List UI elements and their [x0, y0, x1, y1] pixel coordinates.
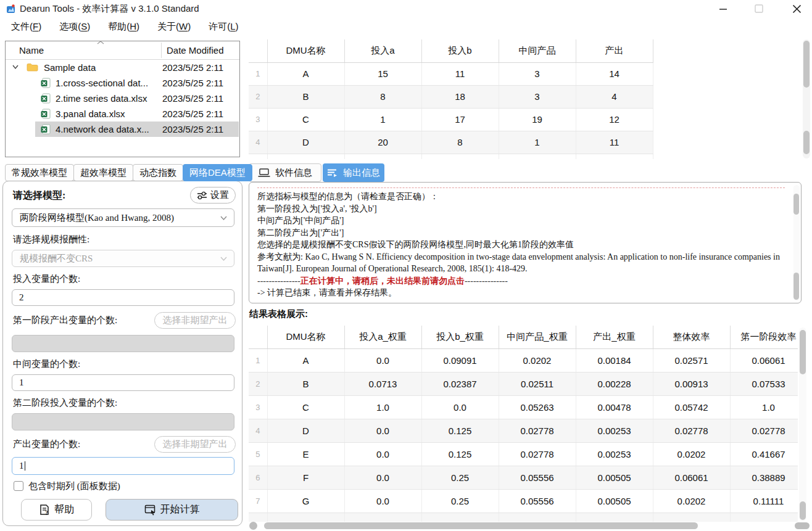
maximize-icon: [755, 4, 763, 13]
file-name: 3.panal data.xlsx: [56, 106, 125, 121]
menu-item-help[interactable]: 帮助H: [102, 19, 146, 35]
table-row[interactable]: 7 G0.00.250.055560.005050.02020.11111: [249, 489, 798, 512]
cell: 0.02778: [499, 442, 576, 466]
tree-row-folder[interactable]: Sample data 2023/5/25 2:11: [6, 60, 239, 75]
column-header: 第一阶段效率: [730, 326, 798, 348]
column-header: 产出: [576, 39, 653, 62]
table-row[interactable]: 1 A0.00.090910.02020.001840.025710.06061: [249, 348, 798, 372]
panel-data-checkbox[interactable]: [14, 481, 23, 491]
output-count-field-focused[interactable]: 1: [12, 457, 234, 475]
file-tree-panel: Name Date Modified Sample data 2023/5/25…: [5, 41, 240, 157]
scrollbar-thumb[interactable]: [800, 330, 806, 374]
tree-row-file[interactable]: 2.time series data.xlsx 2023/5/25 2:11: [6, 91, 239, 106]
cell: 1: [499, 131, 576, 154]
output-log-panel[interactable]: 所选指标与模型的信息为（请检查是否正确）： 第一阶段投入为['投入a', '投入…: [249, 182, 802, 303]
cell: 0.05556: [499, 512, 576, 522]
cell: 0.00253: [576, 419, 653, 442]
table-row[interactable]: 3 C1.00.00.052630.004780.057421.0: [249, 395, 798, 419]
column-header-date-modified[interactable]: Date Modified: [167, 45, 224, 56]
table-row[interactable]: 5 E0.00.1250.027780.002530.02020.41667: [249, 442, 798, 466]
tab-dynamic-index[interactable]: 动态指数: [133, 164, 183, 181]
tab-software-info[interactable]: 软件信息: [249, 163, 321, 182]
tab-regular-efficiency-model[interactable]: 常规效率模型: [5, 164, 74, 181]
tab-super-efficiency-model[interactable]: 超效率模型: [73, 164, 133, 181]
chevron-down-icon[interactable]: [12, 63, 19, 70]
model-select-label: 请选择模型:: [13, 189, 65, 202]
panel-data-checkbox-label[interactable]: 包含时期列 (面板数据): [28, 480, 120, 492]
cell: 0.02387: [421, 372, 499, 395]
cell: 1: [344, 108, 421, 131]
input-count-field[interactable]: 2: [12, 289, 234, 306]
scrollbar-thumb[interactable]: [800, 501, 806, 520]
scrollbar-thumb[interactable]: [803, 41, 810, 88]
cell: 17: [421, 108, 499, 131]
table-row[interactable]: 8 H0.00.250.055560.005050.095961.0: [249, 512, 798, 522]
close-button[interactable]: [786, 0, 807, 17]
cell: 19: [499, 108, 576, 131]
scrollbar-right-thumb[interactable]: [795, 522, 810, 529]
table-row[interactable]: 1 A1511314: [249, 62, 653, 85]
window-title: Dearun Tools - 效率计算器 v 3.1.0 Standard: [20, 3, 199, 15]
tab-network-dea-model[interactable]: 网络DEA模型: [183, 164, 252, 181]
excel-file-icon: [41, 109, 51, 119]
cell: 0.05742: [653, 395, 730, 419]
cell: 0.0: [344, 419, 421, 442]
file-name: 4.network dea data.x...: [56, 121, 149, 137]
menu-item-options[interactable]: 选项S: [53, 19, 96, 35]
column-header-name[interactable]: Name: [19, 45, 44, 56]
model-select-value: 两阶段网络模型(Kao and Hwang, 2008): [20, 212, 174, 224]
column-divider[interactable]: [161, 43, 162, 58]
results-horizontal-scrollbar[interactable]: [249, 521, 812, 530]
menu-item-file[interactable]: 文件F: [5, 19, 48, 35]
excel-file-icon: [41, 124, 51, 134]
cell: H: [267, 512, 344, 522]
menu-label: 文件: [11, 21, 30, 31]
table-row-partial: [249, 154, 653, 159]
tree-row-file-selected[interactable]: 4.network dea data.x... 2023/5/25 2:11: [6, 121, 239, 137]
input-count-label: 投入变量的个数:: [13, 273, 80, 285]
menu-item-about[interactable]: 关于W: [151, 19, 197, 35]
help-button[interactable]: ? 帮助: [21, 499, 92, 521]
cell: 1.0: [344, 395, 421, 419]
cell: 0.00913: [653, 372, 730, 395]
cell: 0.09596: [653, 512, 730, 522]
row-number-header: [249, 39, 267, 62]
cell: 14: [576, 62, 653, 85]
maximize-button[interactable]: [748, 0, 769, 17]
cell: 18: [421, 85, 499, 108]
table-row[interactable]: 4 D208111: [249, 131, 653, 154]
data-table-vertical-scrollbar[interactable]: [803, 39, 810, 158]
settings-button[interactable]: 设置: [190, 187, 236, 204]
tree-row-file[interactable]: 1.cross-sectional dat... 2023/5/25 2:11: [6, 75, 239, 91]
minimize-button[interactable]: [713, 0, 734, 17]
start-calculation-button[interactable]: 开始计算: [106, 499, 238, 521]
results-vertical-scrollbar[interactable]: [799, 327, 806, 521]
table-row[interactable]: 2 B0.07130.023870.025110.002280.009130.0…: [249, 372, 798, 395]
row-number: 5: [249, 442, 267, 466]
tab-output-info[interactable]: 输出信息: [323, 163, 384, 182]
tab-label: 常规效率模型: [12, 167, 67, 179]
scrollbar-thumb[interactable]: [264, 522, 698, 529]
model-select[interactable]: 两阶段网络模型(Kao and Hwang, 2008): [12, 208, 234, 227]
table-row[interactable]: 4 D0.00.1250.027780.002530.027780.02778: [249, 419, 798, 442]
table-row[interactable]: 3 C1171912: [249, 108, 653, 131]
output-count-label: 产出变量的个数:: [13, 438, 80, 450]
menu-item-license[interactable]: 许可L: [202, 19, 244, 35]
scrollbar-thumb[interactable]: [803, 131, 810, 154]
button-label: 选择非期望产出: [163, 438, 228, 450]
tab-label: 输出信息: [343, 167, 380, 179]
rts-select-disabled: 规模报酬不变CRS: [12, 250, 234, 267]
scrollbar-thumb[interactable]: [793, 194, 799, 215]
mid-count-field[interactable]: 1: [12, 374, 234, 391]
scrollbar-thumb[interactable]: [793, 273, 799, 300]
scrollbar-left-thumb[interactable]: [249, 522, 257, 530]
tab-label: 动态指数: [139, 167, 176, 179]
cell: 8: [421, 131, 499, 154]
output-vertical-scrollbar[interactable]: [793, 185, 800, 301]
row-number: 4: [249, 419, 267, 442]
table-row[interactable]: 6 F0.00.250.055560.005050.060610.38889: [249, 466, 798, 489]
folder-icon: [27, 62, 38, 72]
tree-row-file[interactable]: 3.panal data.xlsx 2023/5/25 2:11: [6, 106, 239, 121]
output-line-reference: 参考文献为: Kao C, Hwang S N. Efficiency deco…: [257, 251, 785, 275]
table-row[interactable]: 2 B81834: [249, 85, 653, 108]
